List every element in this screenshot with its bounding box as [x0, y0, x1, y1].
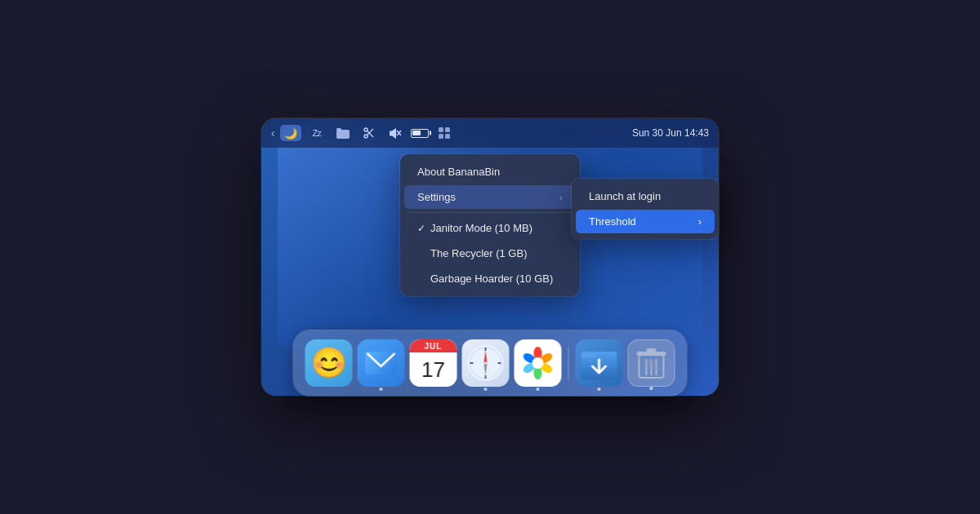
svg-rect-37 — [647, 348, 657, 352]
dock-icon-calendar[interactable]: JUL 17 — [410, 339, 457, 387]
menu-item-recycler[interactable]: The Recycler (1 GB) — [404, 241, 576, 265]
svg-rect-42 — [645, 361, 658, 370]
svg-rect-33 — [581, 353, 596, 357]
control-center-icon[interactable] — [434, 125, 455, 141]
dock: 😊 JUL 17 — [294, 330, 687, 396]
svg-rect-1 — [336, 128, 341, 131]
menu-bar: ‹ 🌙 Zz — [261, 118, 719, 148]
settings-submenu: Launch at login Threshold › — [572, 179, 719, 239]
dock-icon-mail[interactable] — [358, 339, 405, 387]
menu-item-janitor[interactable]: ✓ Janitor Mode (10 MB) — [404, 216, 576, 240]
menu-item-settings[interactable]: Settings › — [404, 185, 576, 209]
settings-label: Settings — [417, 191, 559, 203]
submenu-launch[interactable]: Launch at login — [576, 184, 715, 208]
svg-point-2 — [364, 128, 368, 131]
svg-rect-11 — [445, 134, 450, 139]
dropdown-container: About BananaBin Settings › ✓ Janitor Mod… — [400, 154, 580, 296]
mute-icon[interactable] — [385, 125, 406, 141]
settings-arrow-icon: › — [559, 193, 563, 202]
dock-icon-downloads[interactable] — [576, 339, 623, 387]
svg-rect-10 — [439, 134, 443, 139]
threshold-label: Threshold — [589, 215, 636, 228]
dock-icon-trash[interactable] — [628, 339, 675, 387]
mac-window: ‹ 🌙 Zz — [261, 118, 719, 396]
dock-icon-safari[interactable] — [462, 339, 510, 387]
menu-item-about[interactable]: About BananaBin — [404, 160, 576, 184]
svg-rect-0 — [336, 130, 350, 139]
about-label: About BananaBin — [417, 166, 563, 178]
svg-point-3 — [364, 135, 368, 138]
svg-point-30 — [532, 357, 544, 369]
svg-rect-8 — [439, 127, 443, 132]
calendar-day: 17 — [410, 352, 457, 387]
calendar-month: JUL — [410, 339, 457, 352]
date-time: Sun 30 Jun 14:43 — [632, 127, 709, 139]
menu-bar-right: Sun 30 Jun 14:43 — [632, 127, 709, 139]
dock-separator — [568, 347, 569, 379]
folder-menubar-icon[interactable] — [332, 125, 354, 141]
recycler-label: The Recycler (1 GB) — [430, 247, 563, 259]
dock-icon-photos[interactable] — [514, 339, 562, 387]
main-menu: About BananaBin Settings › ✓ Janitor Mod… — [400, 154, 580, 296]
launch-label: Launch at login — [589, 190, 661, 202]
svg-rect-9 — [445, 127, 450, 132]
scissors-icon[interactable] — [359, 125, 380, 141]
threshold-arrow-icon: › — [698, 215, 702, 228]
dock-icon-finder[interactable]: 😊 — [305, 339, 353, 387]
menu-item-hoarder[interactable]: Garbage Hoarder (10 GB) — [404, 267, 576, 290]
bananabin-menubar-icon[interactable]: 🌙 — [280, 125, 301, 141]
janitor-check: ✓ — [417, 223, 425, 234]
sleep-icon[interactable]: Zz — [306, 125, 327, 141]
menu-bar-left: ‹ 🌙 Zz — [271, 125, 455, 141]
battery-icon — [411, 129, 429, 138]
menu-separator — [408, 212, 572, 213]
chevron-left-icon[interactable]: ‹ — [271, 126, 275, 140]
janitor-label: Janitor Mode (10 MB) — [430, 222, 563, 234]
submenu-threshold[interactable]: Threshold › — [576, 210, 715, 233]
hoarder-label: Garbage Hoarder (10 GB) — [430, 273, 563, 285]
